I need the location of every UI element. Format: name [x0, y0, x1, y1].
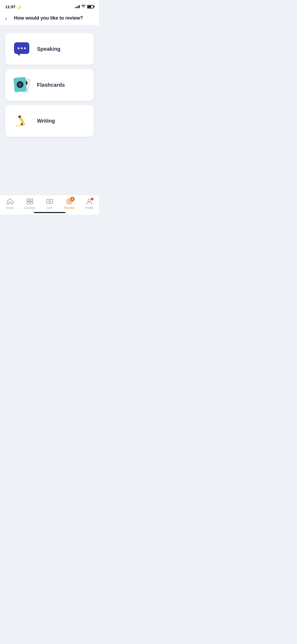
nav-label-courses: Courses: [24, 206, 35, 209]
header: ‹ How would you like to review?: [0, 12, 99, 25]
speaking-icon: [13, 41, 31, 57]
flashcards-icon: ✕ ✓: [13, 77, 31, 93]
svg-rect-6: [27, 202, 29, 204]
status-time: 11:57 🌙: [5, 4, 21, 9]
nav-label-home: Home: [6, 206, 14, 209]
writing-card[interactable]: Writing: [5, 105, 94, 137]
back-button[interactable]: ‹: [5, 16, 7, 21]
nav-label-practice: Practice: [64, 206, 75, 209]
svg-rect-7: [30, 202, 33, 204]
flashcards-label: Flashcards: [37, 82, 65, 88]
review-options-list: Speaking ✕ ✓ Flashcards: [0, 25, 99, 142]
nav-label-profile: Profile: [85, 206, 93, 209]
speaking-label: Speaking: [37, 46, 60, 52]
pencil-svg: [14, 112, 30, 129]
status-icons: [75, 5, 94, 9]
courses-icon: [26, 198, 34, 205]
svg-rect-4: [27, 199, 29, 201]
flashcards-card[interactable]: ✕ ✓ Flashcards: [5, 69, 94, 101]
time-display: 11:57: [5, 4, 15, 9]
practice-icon: 4: [66, 198, 73, 205]
practice-badge: 4: [70, 197, 75, 201]
profile-icon: [86, 198, 93, 205]
home-indicator: [34, 212, 65, 213]
nav-item-courses[interactable]: Courses: [22, 198, 38, 209]
nav-item-profile[interactable]: Profile: [81, 198, 97, 209]
svg-rect-5: [30, 199, 33, 201]
svg-point-14: [88, 199, 91, 202]
home-icon: [6, 198, 14, 205]
page-title: How would you like to review?: [11, 15, 86, 21]
wifi-icon: [81, 5, 86, 9]
signal-icon: [75, 5, 80, 8]
check-icon: ✓: [16, 81, 24, 88]
svg-point-9: [49, 201, 50, 202]
profile-notification-badge: [90, 197, 94, 201]
nav-item-home[interactable]: Home: [2, 198, 18, 209]
writing-label: Writing: [37, 118, 55, 124]
live-icon: [46, 198, 53, 205]
battery-icon: [87, 5, 94, 8]
flashcard-front: ✓: [13, 77, 27, 92]
svg-point-10: [51, 200, 51, 200]
moon-icon: 🌙: [17, 5, 21, 9]
status-bar: 11:57 🌙: [0, 0, 99, 12]
svg-point-13: [69, 201, 70, 202]
bottom-nav: Home Courses Live: [0, 195, 99, 215]
nav-item-practice[interactable]: 4 Practice: [62, 198, 77, 209]
chat-bubble: [14, 42, 29, 54]
svg-rect-8: [47, 199, 53, 204]
nav-label-live: Live: [47, 206, 52, 209]
writing-icon: [13, 113, 31, 129]
nav-item-live[interactable]: Live: [42, 198, 58, 209]
speaking-card[interactable]: Speaking: [5, 33, 94, 65]
